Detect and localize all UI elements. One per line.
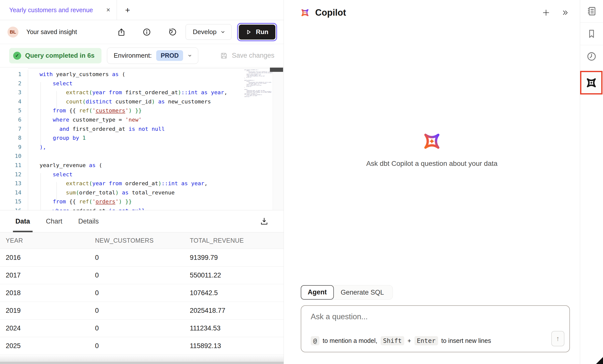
insight-title: Your saved insight (26, 28, 117, 36)
table-cell: 0 (95, 324, 190, 332)
table-header-row: YEARNEW_CUSTOMERSTOTAL_REVENUE (0, 232, 284, 249)
line-number: 8 (0, 134, 28, 143)
send-button[interactable]: ↑ (551, 331, 564, 346)
column-header: TOTAL_REVENUE (190, 237, 284, 244)
code-lines[interactable]: 1with yearly_customers as (2 select3 ext… (0, 67, 273, 210)
indent-guide (41, 82, 41, 146)
code-line[interactable]: 8 group by 1 (0, 134, 273, 143)
hint-newline-text: to insert new lines (441, 337, 491, 344)
app-window: Yearly customers and revenue × + BL Your… (0, 0, 603, 364)
copilot-empty-state: Ask dbt Copilot a question about your da… (284, 130, 580, 168)
editor-scrollbar-track[interactable] (273, 67, 284, 210)
results-tab-details[interactable]: Details (76, 210, 101, 232)
new-tab-button[interactable]: + (117, 0, 130, 20)
code-line[interactable]: 2 select (0, 79, 273, 88)
table-cell: 0 (95, 307, 190, 315)
results-panel: DataChartDetails YEARNEW_CUSTOMERSTOTAL_… (0, 210, 284, 364)
up-arrow-icon: ↑ (556, 335, 560, 343)
copilot-header: Copilot (300, 7, 569, 18)
hint-mention-text: to mention a model, (323, 337, 377, 344)
code-line[interactable]: 12 select (0, 170, 273, 179)
code-text: and first_ordered_at is not null (28, 125, 165, 134)
editor-panel: Yearly customers and revenue × + BL Your… (0, 0, 284, 364)
table-cell: 115892.13 (190, 342, 284, 350)
line-number: 16 (0, 206, 28, 210)
line-number: 2 (0, 79, 28, 88)
sidebar-item-bookmarks[interactable] (580, 23, 603, 45)
mode-agent-button[interactable]: Agent (301, 285, 334, 300)
sidebar-item-notebook[interactable] (580, 0, 603, 23)
table-cell: 2025 (0, 342, 95, 350)
results-tab-data[interactable]: Data (13, 210, 33, 232)
indent-guide (56, 182, 57, 200)
mode-segmented-control: Agent Generate SQL (301, 285, 393, 300)
chevron-down-icon (220, 30, 225, 35)
code-line[interactable]: 11yearly_revenue as ( (0, 161, 273, 170)
code-line[interactable]: 6 where customer_type = 'new' (0, 115, 273, 125)
avatar: BL (7, 27, 18, 38)
table-cell: 2018 (0, 289, 95, 297)
history-icon[interactable] (168, 28, 177, 37)
table-row: 20180107642.5 (0, 284, 284, 302)
code-line[interactable]: 5 from {{ ref('customers') }} (0, 106, 273, 115)
sidebar-item-copilot-active[interactable] (580, 71, 603, 94)
sidebar-item-history[interactable] (580, 45, 603, 68)
line-number: 15 (0, 197, 28, 206)
copilot-panel: Copilot Ask dbt Copilot a question about… (284, 0, 580, 364)
mode-generate-sql-button[interactable]: Generate SQL (334, 289, 391, 296)
develop-dropdown[interactable]: Develop (186, 24, 232, 40)
code-line[interactable]: 16 where ordered_at is not null (0, 206, 273, 210)
results-tabs: DataChartDetails (0, 210, 284, 232)
info-icon[interactable] (142, 28, 151, 37)
editor-minimap[interactable]: with yearly_customers as ( select extrac… (244, 69, 273, 97)
table-cell: 0 (95, 272, 190, 279)
results-tab-chart[interactable]: Chart (44, 210, 65, 232)
code-line[interactable]: 3 extract(year from first_ordered_at)::i… (0, 88, 273, 97)
code-line[interactable]: 13 extract(year from ordered_at)::int as… (0, 179, 273, 188)
code-text: with yearly_customers as ( (28, 70, 125, 79)
code-line[interactable]: 15 from {{ ref('orders') }} (0, 197, 273, 206)
table-cell: 0 (95, 342, 190, 350)
line-number: 10 (0, 152, 28, 161)
line-number: 9 (0, 143, 28, 152)
save-changes-button[interactable]: Save changes (220, 52, 274, 60)
tab-yearly-customers[interactable]: Yearly customers and revenue × (0, 0, 117, 20)
develop-label: Develop (193, 28, 216, 36)
code-line[interactable]: 10 (0, 152, 273, 161)
environment-dropdown[interactable]: Environment: PROD (107, 47, 198, 64)
download-icon[interactable] (260, 217, 269, 226)
line-number: 3 (0, 88, 28, 97)
sql-editor[interactable]: 1with yearly_customers as (2 select3 ext… (0, 67, 284, 210)
share-icon[interactable] (117, 28, 126, 37)
line-number: 11 (0, 161, 28, 170)
line-number: 4 (0, 97, 28, 106)
right-sidebar (580, 0, 603, 364)
code-text: select (28, 170, 72, 179)
new-chat-icon[interactable] (542, 9, 550, 17)
copilot-empty-text: Ask dbt Copilot a question about your da… (284, 160, 580, 168)
query-status-badge: ✓ Query completed in 6s (9, 48, 101, 63)
code-line[interactable]: 4 count(distinct customer_id) as new_cus… (0, 97, 273, 106)
code-line[interactable]: 14 sum(order_total) as total_revenue (0, 188, 273, 197)
column-header: NEW_CUSTOMERS (95, 237, 190, 244)
table-cell: 107642.5 (190, 289, 284, 297)
close-tab-icon[interactable]: × (106, 6, 110, 14)
code-line[interactable]: 7 and first_ordered_at is not null (0, 125, 273, 134)
notebook-outline-icon (586, 6, 597, 17)
table-row: 20170550011.22 (0, 267, 284, 284)
collapse-panel-icon[interactable] (561, 9, 569, 16)
code-text: count(distinct customer_id) as new_custo… (28, 97, 211, 106)
chevron-down-icon (188, 53, 192, 58)
table-body: 2016091399.7920170550011.2220180107642.5… (0, 249, 284, 355)
table-row: 2016091399.79 (0, 249, 284, 267)
environment-value-badge: PROD (156, 50, 183, 61)
code-line[interactable]: 9), (0, 143, 273, 152)
table-cell: 2016 (0, 254, 95, 262)
run-button[interactable]: Run (239, 25, 275, 40)
save-icon (220, 52, 228, 60)
code-text: from {{ ref('orders') }} (28, 197, 132, 206)
copilot-question-input[interactable]: Ask a question... @ to mention a model, … (301, 305, 570, 352)
editor-scrollbar-thumb[interactable] (270, 68, 283, 72)
code-line[interactable]: 1with yearly_customers as ( (0, 70, 273, 79)
shift-key-hint: Shift (381, 336, 404, 345)
